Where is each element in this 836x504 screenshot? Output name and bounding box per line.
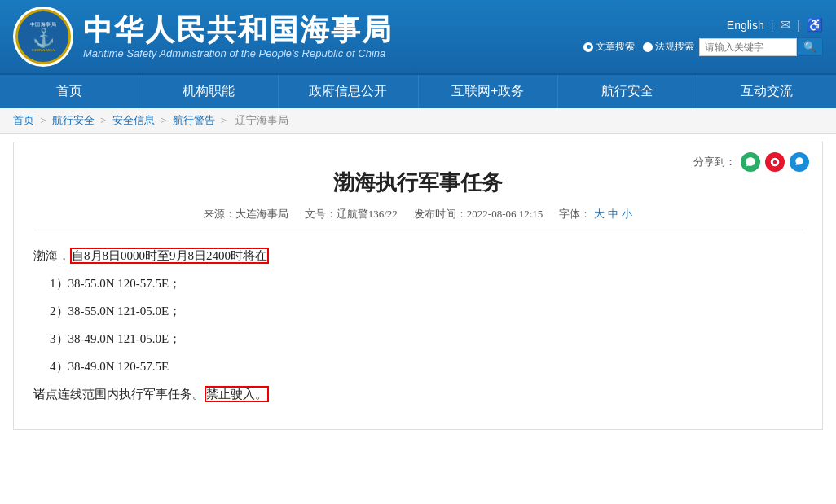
nav-navigation-safety[interactable]: 航行安全 bbox=[558, 75, 697, 108]
breadcrumb: 首页 > 航行安全 > 安全信息 > 航行警告 > 辽宁海事局 bbox=[0, 108, 836, 134]
radio-article[interactable]: 文章搜索 bbox=[583, 40, 635, 54]
logo-inner: 中国海事局 ⚓ CHINA MSA bbox=[15, 9, 71, 64]
doc-num-label: 文号： bbox=[305, 208, 337, 220]
search-input[interactable] bbox=[699, 38, 797, 56]
header-right-area: English | ✉ | ♿ 文章搜索 法规搜索 🔍 bbox=[583, 17, 823, 56]
body-prefix: 渤海， bbox=[33, 249, 70, 262]
coord-3: 3）38-49.0N 121-05.0E； bbox=[33, 327, 803, 351]
coord-1: 1）38-55.0N 120-57.5E； bbox=[33, 271, 803, 296]
breadcrumb-safety-info[interactable]: 安全信息 bbox=[112, 114, 155, 126]
source-field: 来源：大连海事局 bbox=[204, 207, 288, 221]
body-conclusion: 诸点连线范围内执行军事任务。禁止驶入。 bbox=[33, 382, 803, 406]
logo-circle: 中国海事局 ⚓ CHINA MSA bbox=[13, 7, 73, 67]
article-body: 渤海，自8月8日0000时至9月8日2400时将在 1）38-55.0N 120… bbox=[33, 243, 803, 406]
article-meta: 来源：大连海事局 文号：辽航警136/22 发布时间：2022-08-06 12… bbox=[33, 207, 803, 230]
radio-law-label: 法规搜索 bbox=[655, 40, 694, 54]
accessibility-icon[interactable]: ♿ bbox=[807, 17, 823, 33]
breadcrumb-home[interactable]: 首页 bbox=[13, 114, 34, 126]
nav-internet-gov[interactable]: 互联网+政务 bbox=[419, 75, 558, 108]
site-header: 中国海事局 ⚓ CHINA MSA 中华人民共和国海事局 Maritime Sa… bbox=[0, 0, 836, 73]
qq-share-button[interactable] bbox=[790, 152, 809, 172]
source-label: 来源： bbox=[204, 208, 235, 220]
logo-cn-bottom: CHINA MSA bbox=[32, 48, 55, 52]
search-input-wrap: 🔍 bbox=[699, 37, 823, 56]
content-wrapper: 分享到： 渤海执行军事任务 来源：大连海事局 文号：辽航警136/22 发布时间… bbox=[0, 134, 836, 446]
share-bar: 分享到： bbox=[693, 152, 809, 172]
font-label: 字体： bbox=[559, 207, 591, 221]
header-top-links: English | ✉ | ♿ bbox=[727, 17, 823, 33]
article-box: 分享到： 渤海执行军事任务 来源：大连海事局 文号：辽航警136/22 发布时间… bbox=[13, 142, 823, 430]
breadcrumb-nav-safety[interactable]: 航行安全 bbox=[52, 114, 95, 126]
breadcrumb-current: 辽宁海事局 bbox=[235, 114, 288, 126]
search-button[interactable]: 🔍 bbox=[797, 37, 823, 56]
highlight-no-entry: 禁止驶入。 bbox=[205, 386, 269, 402]
main-nav: 首页 机构职能 政府信息公开 互联网+政务 航行安全 互动交流 bbox=[0, 73, 836, 108]
pub-time-label: 发布时间： bbox=[414, 208, 467, 220]
font-small-btn[interactable]: 小 bbox=[622, 207, 632, 221]
site-title-cn: 中华人民共和国海事局 bbox=[83, 14, 393, 46]
pub-time-value: 2022-08-06 12:15 bbox=[467, 208, 543, 220]
article-title: 渤海执行军事任务 bbox=[33, 169, 803, 197]
radio-article-label: 文章搜索 bbox=[596, 40, 635, 54]
email-icon[interactable]: ✉ bbox=[780, 17, 790, 33]
coord-2: 2）38-55.0N 121-05.0E； bbox=[33, 299, 803, 323]
highlight-date-range: 自8月8日0000时至9月8日2400时将在 bbox=[70, 248, 269, 264]
radio-dot-law bbox=[643, 42, 653, 52]
weibo-share-button[interactable] bbox=[765, 152, 785, 172]
nav-home[interactable]: 首页 bbox=[0, 75, 139, 108]
font-large-btn[interactable]: 大 bbox=[594, 207, 605, 221]
font-size-control: 字体： 大 中 小 bbox=[559, 207, 632, 221]
body-intro: 渤海，自8月8日0000时至9月8日2400时将在 bbox=[33, 243, 803, 268]
wechat-share-button[interactable] bbox=[741, 152, 760, 172]
search-radio-group: 文章搜索 法规搜索 bbox=[583, 40, 694, 54]
coord-4: 4）38-49.0N 120-57.5E bbox=[33, 354, 803, 379]
header-logo-area: 中国海事局 ⚓ CHINA MSA 中华人民共和国海事局 Maritime Sa… bbox=[13, 7, 393, 67]
breadcrumb-nav-warning[interactable]: 航行警告 bbox=[173, 114, 215, 126]
english-link[interactable]: English bbox=[727, 19, 764, 32]
body-suffix-prefix: 诸点连线范围内执行军事任务。 bbox=[33, 388, 205, 401]
doc-num-value: 辽航警136/22 bbox=[337, 208, 398, 220]
source-value: 大连海事局 bbox=[235, 208, 288, 220]
font-medium-btn[interactable]: 中 bbox=[608, 207, 618, 221]
pub-time-field: 发布时间：2022-08-06 12:15 bbox=[414, 207, 543, 221]
radio-dot-article bbox=[583, 42, 593, 52]
anchor-icon: ⚓ bbox=[33, 29, 55, 47]
radio-law[interactable]: 法规搜索 bbox=[643, 40, 694, 54]
search-area: 文章搜索 法规搜索 🔍 bbox=[583, 37, 823, 56]
site-title-en: Maritime Safety Administration of the Pe… bbox=[83, 47, 393, 59]
share-label: 分享到： bbox=[693, 155, 736, 169]
header-title-area: 中华人民共和国海事局 Maritime Safety Administratio… bbox=[83, 14, 393, 60]
nav-info[interactable]: 政府信息公开 bbox=[279, 75, 418, 108]
nav-organization[interactable]: 机构职能 bbox=[139, 75, 279, 108]
nav-interaction[interactable]: 互动交流 bbox=[697, 75, 836, 108]
doc-num-field: 文号：辽航警136/22 bbox=[305, 207, 398, 221]
